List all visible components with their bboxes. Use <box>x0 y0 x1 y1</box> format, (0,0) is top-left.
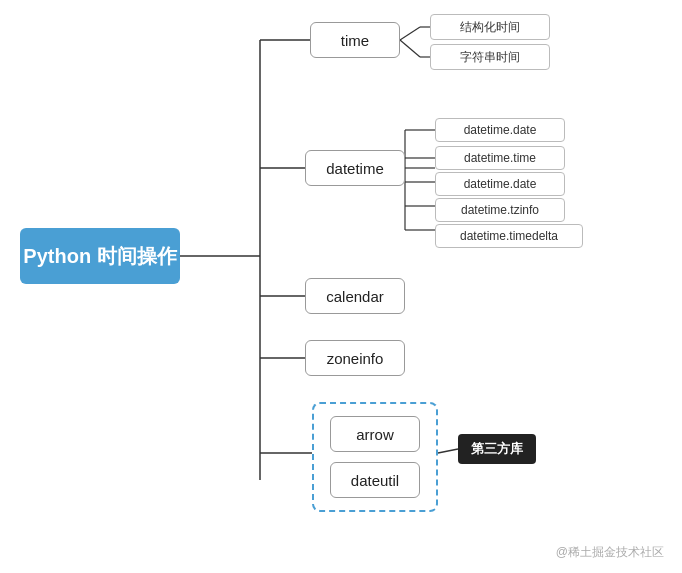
arrow-label: arrow <box>356 426 394 443</box>
time-label: time <box>341 32 369 49</box>
time-leaf-1: 字符串时间 <box>430 44 550 70</box>
diagram: Python 时间操作 time 结构化时间 字符串时间 datetime da… <box>0 0 682 573</box>
time-node: time <box>310 22 400 58</box>
datetime-leaf-0: datetime.date <box>435 118 565 142</box>
datetime-leaf-3: datetime.tzinfo <box>435 198 565 222</box>
arrow-node: arrow <box>330 416 420 452</box>
datetime-node: datetime <box>305 150 405 186</box>
dateutil-label: dateutil <box>351 472 399 489</box>
root-label: Python 时间操作 <box>23 243 176 270</box>
svg-line-4 <box>400 40 420 57</box>
calendar-node: calendar <box>305 278 405 314</box>
datetime-leaf-2: datetime.date <box>435 172 565 196</box>
third-party-label: 第三方库 <box>458 434 536 464</box>
datetime-leaf-1: datetime.time <box>435 146 565 170</box>
datetime-label: datetime <box>326 160 384 177</box>
watermark: @稀土掘金技术社区 <box>556 544 664 561</box>
datetime-leaf-4: datetime.timedelta <box>435 224 583 248</box>
zoneinfo-label: zoneinfo <box>327 350 384 367</box>
zoneinfo-node: zoneinfo <box>305 340 405 376</box>
calendar-label: calendar <box>326 288 384 305</box>
svg-line-3 <box>400 27 420 40</box>
dateutil-node: dateutil <box>330 462 420 498</box>
root-node: Python 时间操作 <box>20 228 180 284</box>
svg-line-18 <box>438 449 458 453</box>
time-leaf-0: 结构化时间 <box>430 14 550 40</box>
